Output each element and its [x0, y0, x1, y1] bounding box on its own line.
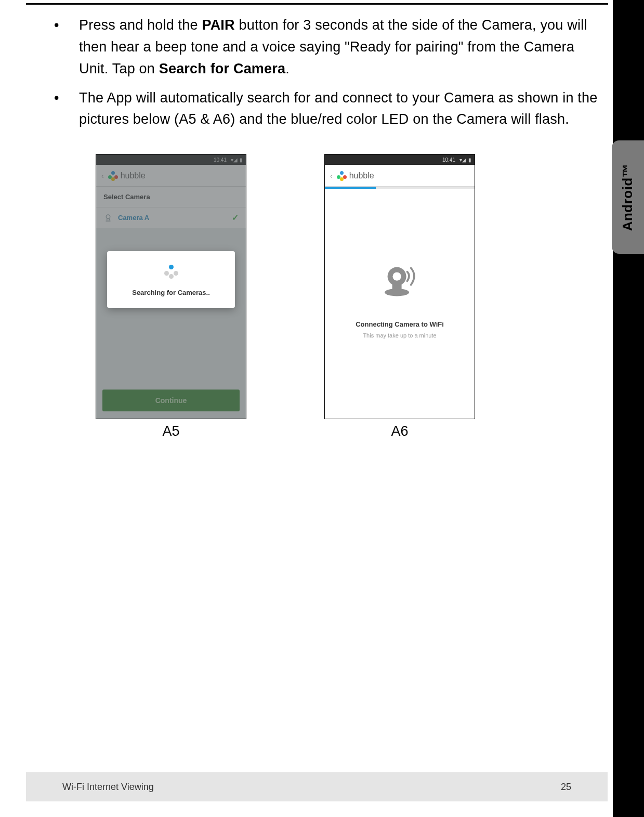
footer-title: Wi-Fi Internet Viewing	[62, 782, 154, 793]
content-area: Press and hold the PAIR button for 3 sec…	[52, 15, 603, 138]
sidetab-label: Android™	[620, 163, 636, 231]
bullet-1: Press and hold the PAIR button for 3 sec…	[52, 15, 603, 80]
bullet1-post: .	[285, 61, 290, 76]
bullet1-pre: Press and hold the	[79, 17, 202, 33]
caption-a6: A6	[391, 423, 408, 439]
top-rule	[26, 3, 608, 5]
bullet1-pair: PAIR	[202, 17, 234, 33]
screenshot-a5-wrap: 10:41 ▾◢ ▮ ‹ hubble Select Camera	[96, 154, 246, 439]
modal-overlay: Searching for Cameras..	[96, 154, 246, 419]
spinner-icon	[164, 265, 178, 278]
screenshots-row: 10:41 ▾◢ ▮ ‹ hubble Select Camera	[96, 154, 475, 439]
svg-point-4	[393, 272, 401, 280]
page-number: 25	[561, 782, 571, 793]
dialog-text: Searching for Cameras..	[132, 289, 210, 296]
screenshot-a6-wrap: 10:41 ▾◢ ▮ ‹ hubble	[324, 154, 475, 439]
sidetab-android: Android™	[612, 140, 644, 254]
searching-dialog: Searching for Cameras..	[107, 251, 235, 308]
a6-sub: This may take up to a minute	[363, 332, 436, 339]
caption-a5: A5	[162, 423, 179, 439]
bullet-2: The App will automatically search for an…	[52, 87, 603, 131]
right-black-strip	[613, 0, 644, 817]
bullet1-search: Search for Camera	[159, 61, 286, 76]
phone-a5: 10:41 ▾◢ ▮ ‹ hubble Select Camera	[96, 154, 246, 419]
a6-center: Connecting Camera to WiFi This may take …	[325, 154, 475, 419]
a6-title: Connecting Camera to WiFi	[356, 320, 444, 328]
bullet-list: Press and hold the PAIR button for 3 sec…	[52, 15, 603, 131]
footer-bar: Wi-Fi Internet Viewing 25	[26, 772, 608, 801]
phone-a6: 10:41 ▾◢ ▮ ‹ hubble	[324, 154, 475, 419]
camera-illustration-icon	[376, 256, 423, 303]
